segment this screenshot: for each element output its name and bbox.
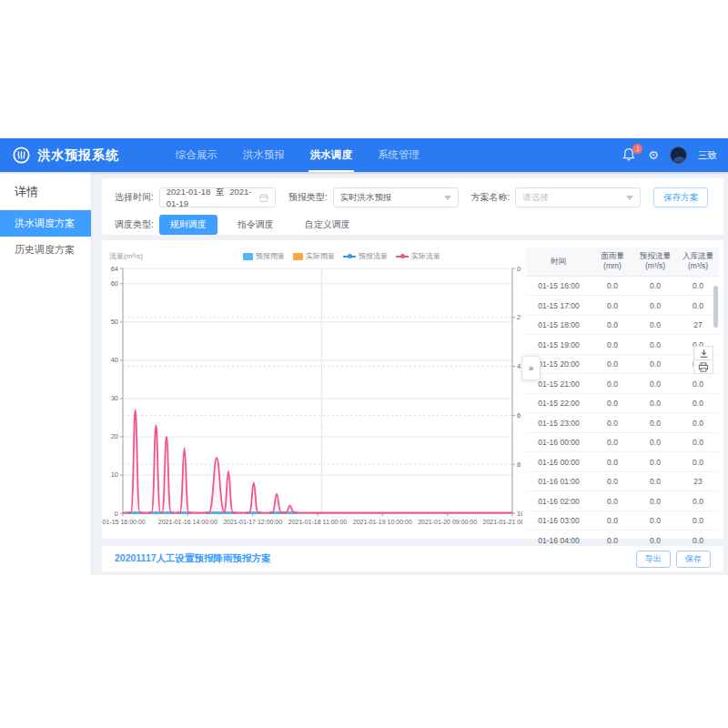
calendar-icon [259,193,268,203]
cell-time: 01-15 23:00 [526,413,592,432]
dispatch-tab-规则调度[interactable]: 规则调度 [159,215,217,235]
cell-value: 0.0 [592,511,633,531]
table-row[interactable]: 01-16 01:000.00.023 [526,472,719,492]
settings-gear-icon[interactable]: ⚙ [648,149,659,161]
table-row[interactable]: 01-16 00:000.00.00.0 [526,433,719,453]
app-screenshot: 洪水预报系统 综合展示洪水预报洪水调度系统管理 1 ⚙ 三致 详情 洪水调度方案… [0,0,728,728]
nav-item-洪水预报[interactable]: 洪水预报 [230,138,298,172]
table-column-预报流量: 预报流量(m³/s) [633,248,677,276]
table-row[interactable]: 01-16 03:000.00.00.0 [526,511,719,531]
cell-time: 01-15 17:00 [526,296,592,315]
table-row[interactable]: 01-15 17:000.00.00.0 [526,296,719,316]
svg-text:30: 30 [111,394,118,402]
legend-label: 实际雨量 [306,251,335,261]
cell-time: 01-15 22:00 [526,394,592,413]
svg-text:60: 60 [111,279,118,288]
save-plan-button[interactable]: 保存方案 [653,187,708,207]
cell-value: 0.0 [633,296,677,315]
nav-item-系统管理[interactable]: 系统管理 [365,138,432,172]
data-table: 时间面雨量(mm)预报流量(m³/s)入库流量(m³/s) 01-15 16:0… [526,248,719,551]
cell-value: 0.0 [633,277,677,296]
table-row[interactable]: 01-15 20:000.00.00.0 [526,355,719,375]
date-range-input[interactable]: 2021-01-18 至 2021-01-19 [159,187,276,207]
table-column-时间: 时间 [526,248,592,276]
svg-text:10: 10 [111,470,118,479]
cell-value: 0.0 [592,413,633,432]
app-title: 洪水预报系统 [37,147,119,164]
cell-value: 0.0 [633,413,677,432]
table-row[interactable]: 01-16 00:000.00.00.0 [526,452,719,472]
forecast-type-select[interactable]: 实时洪水预报 [333,187,459,207]
table-row[interactable]: 01-15 16:000.00.00.0 [526,277,719,297]
chevron-down-icon [626,196,633,200]
svg-text:6: 6 [517,411,521,420]
svg-text:2021-01-17 12:00:00: 2021-01-17 12:00:00 [223,519,282,525]
filter-card: 选择时间: 2021-01-18 至 2021-01-19 [102,178,723,235]
user-avatar[interactable] [670,147,687,164]
left-axis-title: 流量(m³/s) [109,251,143,261]
table-tools [693,346,713,374]
left-sidebar: 详情 洪水调度方案历史调度方案 [0,172,92,575]
cell-value: 0.0 [633,355,677,374]
cell-value: 0.0 [677,452,719,471]
save-button[interactable]: 保存 [676,551,711,568]
cell-time: 01-15 16:00 [526,277,592,296]
collapse-table-button[interactable]: » [521,356,541,380]
svg-text:2021-01-18 11:00:00: 2021-01-18 11:00:00 [288,519,348,525]
table-row[interactable]: 01-15 23:000.00.00.0 [526,413,719,433]
time-filter-label: 选择时间: [115,191,154,204]
sidebar-item-历史调度方案[interactable]: 历史调度方案 [0,237,91,263]
sidebar-title: 详情 [0,172,91,209]
brand: 洪水预报系统 [13,147,119,164]
legend-label: 预报雨量 [256,251,285,261]
nav-item-综合展示[interactable]: 综合展示 [163,138,230,172]
svg-text:2021-01-21 08:00:00: 2021-01-21 08:00:00 [483,519,523,525]
footer-buttons: 导出 保存 [636,551,711,568]
plan-name-select[interactable]: 请选择 [515,187,641,207]
cell-time: 01-16 00:00 [526,433,592,452]
forecast-type-value: 实时洪水预报 [340,192,392,204]
legend-item-预报雨量[interactable]: 预报雨量 [243,251,285,261]
chart-card: 流量(m³/s) 预报雨量实际雨量预报流量实际流量 雨量(mm) 0102030… [102,240,723,539]
username-label[interactable]: 三致 [698,149,717,162]
cell-value: 0.0 [677,394,719,413]
filter-row: 选择时间: 2021-01-18 至 2021-01-19 [115,186,711,209]
cell-value: 0.0 [592,335,633,354]
export-button[interactable]: 导出 [636,551,671,568]
cell-value: 0.0 [592,452,633,471]
table-row[interactable]: 01-15 19:000.00.00.0 [526,335,719,355]
table-column-面雨量: 面雨量(mm) [592,248,633,276]
cell-value: 0.0 [633,511,677,531]
app-logo-icon [13,147,30,164]
notifications-button[interactable]: 1 [622,147,637,164]
sidebar-item-洪水调度方案[interactable]: 洪水调度方案 [0,210,91,237]
cell-value: 0.0 [592,296,633,315]
dispatch-type-label: 调度类型: [115,218,154,231]
cell-value: 0.0 [633,316,677,335]
cell-value: 0.0 [592,316,633,335]
printer-icon [698,362,709,372]
table-row[interactable]: 01-15 21:000.00.00.0 [526,374,719,394]
table-download-button[interactable] [693,346,713,360]
dispatch-tab-指令调度[interactable]: 指令调度 [227,215,285,235]
legend-line-icon [343,253,356,260]
cell-value: 0.0 [592,277,633,296]
table-row[interactable]: 01-15 22:000.00.00.0 [526,394,719,414]
navbar-right: 1 ⚙ 三致 [622,138,717,172]
flow-rain-chart[interactable]: 0102030405060640246810-01-15 16:00:00202… [102,262,522,531]
legend-item-实际流量[interactable]: 实际流量 [396,251,440,261]
nav-item-洪水调度[interactable]: 洪水调度 [298,138,365,172]
cell-value: 0.0 [592,374,633,393]
dispatch-tab-自定义调度[interactable]: 自定义调度 [294,215,361,235]
table-row[interactable]: 01-15 18:000.00.027 [526,316,719,336]
cell-value: 0.0 [633,433,677,452]
table-print-button[interactable] [693,359,713,374]
legend-item-实际雨量[interactable]: 实际雨量 [293,251,335,261]
cell-value: 0.0 [677,433,719,452]
table-row[interactable]: 01-16 02:000.00.00.0 [526,491,719,511]
cell-value: 0.0 [633,491,677,511]
table-scrollbar[interactable] [713,286,718,328]
cell-value: 0.0 [633,335,677,354]
legend-item-预报流量[interactable]: 预报流量 [343,251,388,261]
svg-text:10: 10 [517,510,522,518]
